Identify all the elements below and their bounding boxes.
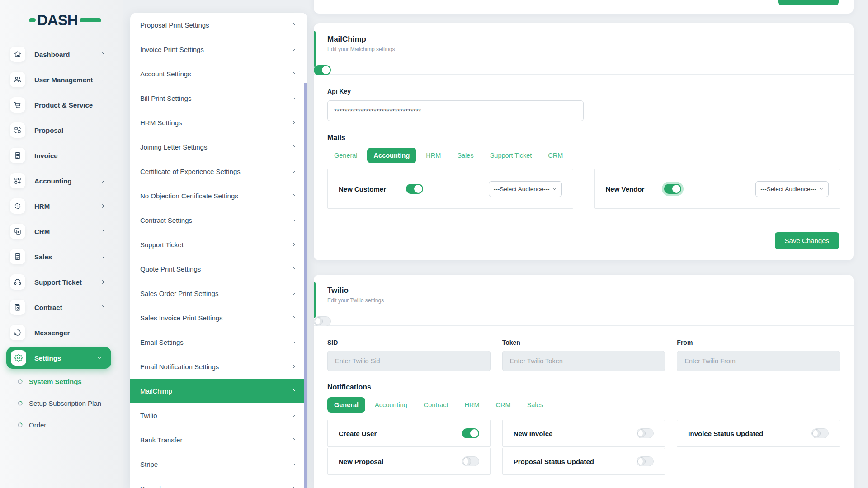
- tab-hrm[interactable]: HRM: [458, 397, 486, 413]
- tab-hrm[interactable]: HRM: [419, 148, 448, 163]
- proposal-status-updated-toggle[interactable]: [637, 456, 654, 466]
- new-proposal-toggle[interactable]: [462, 456, 479, 466]
- sidebar-item-accounting[interactable]: Accounting: [0, 168, 123, 193]
- menu-item-sales-invoice-print-settings[interactable]: Sales Invoice Print Settings: [130, 305, 307, 330]
- sidebar-subitem-setup-subscription-plan[interactable]: Setup Subscription Plan: [0, 392, 123, 414]
- twilio-fields-grid: SID Token From: [327, 338, 840, 371]
- invoice-status-updated-toggle[interactable]: [811, 428, 829, 438]
- notifications-tabs: General Accounting Contract HRM CRM Sale…: [327, 397, 840, 413]
- tab-accounting[interactable]: Accounting: [368, 397, 414, 413]
- sidebar-item-user-management[interactable]: User Management: [0, 67, 123, 92]
- menu-item-bank-transfer[interactable]: Bank Transfer: [130, 427, 307, 452]
- chevron-right-icon: [291, 461, 297, 467]
- previous-save-button-partial[interactable]: [778, 0, 839, 5]
- tab-sales[interactable]: Sales: [520, 397, 550, 413]
- chevron-right-icon: [291, 266, 297, 272]
- tab-general[interactable]: General: [327, 397, 365, 413]
- api-key-input[interactable]: [327, 100, 584, 121]
- chevron-right-icon: [291, 242, 297, 247]
- menu-item-bill-print-settings[interactable]: Bill Print Settings: [130, 86, 307, 110]
- menu-item-contract-settings[interactable]: Contract Settings: [130, 208, 307, 232]
- focus-icon: [10, 198, 25, 214]
- chevron-right-icon: [291, 437, 297, 442]
- token-input[interactable]: [502, 351, 665, 371]
- tab-sales[interactable]: Sales: [450, 148, 480, 163]
- new-customer-audience-select[interactable]: ---Select Audience---: [489, 181, 562, 197]
- mailchimp-save-button[interactable]: Save Changes: [775, 232, 839, 249]
- chat-icon: [10, 325, 25, 340]
- sidebar-nav: Dashboard User Management Product & Serv…: [0, 42, 123, 436]
- notifications-heading: Notifications: [327, 383, 840, 391]
- sidebar-item-support-ticket[interactable]: Support Ticket: [0, 269, 123, 295]
- create-user-toggle[interactable]: [462, 428, 479, 438]
- sidebar-item-dashboard[interactable]: Dashboard: [0, 42, 123, 67]
- main-content: MailChimp Edit your Mailchimp settings A…: [314, 0, 854, 488]
- chevron-right-icon: [100, 203, 106, 209]
- menu-item-email-notification-settings[interactable]: Email Notification Settings: [130, 354, 307, 379]
- new-customer-toggle[interactable]: [406, 184, 423, 194]
- new-vendor-toggle[interactable]: [664, 184, 681, 194]
- menu-item-account-settings[interactable]: Account Settings: [130, 61, 307, 86]
- sidebar-item-product-service[interactable]: Product & Service: [0, 92, 123, 117]
- chevron-right-icon: [291, 169, 297, 174]
- twilio-subtitle: Edit your Twilio settings: [327, 297, 840, 304]
- sidebar-item-proposal[interactable]: Proposal: [0, 117, 123, 143]
- sidebar-item-crm[interactable]: CRM: [0, 219, 123, 244]
- sidebar-item-sales[interactable]: Sales: [0, 244, 123, 269]
- menu-item-certificate-of-experience-settings[interactable]: Certificate of Experience Settings: [130, 159, 307, 183]
- twilio-card-header: Twilio Edit your Twilio settings: [314, 275, 854, 326]
- tab-accounting[interactable]: Accounting: [367, 148, 417, 163]
- sidebar-item-messenger[interactable]: Messenger: [0, 320, 123, 345]
- primary-sidebar: DASH Dashboard User Management Product &…: [0, 0, 123, 488]
- new-customer-label: New Customer: [339, 185, 386, 193]
- tab-crm[interactable]: CRM: [489, 397, 518, 413]
- invoice-status-updated-box: Invoice Status Updated: [677, 420, 840, 447]
- menu-item-invoice-print-settings[interactable]: Invoice Print Settings: [130, 37, 307, 61]
- mail-options-grid: New Customer ---Select Audience--- New V…: [327, 169, 840, 209]
- tab-support-ticket[interactable]: Support Ticket: [483, 148, 539, 163]
- mailchimp-card-header: MailChimp Edit your Mailchimp settings: [314, 23, 854, 75]
- sidebar-item-hrm[interactable]: HRM: [0, 193, 123, 219]
- menu-item-hrm-settings[interactable]: HRM Settings: [130, 110, 307, 135]
- menu-item-email-settings[interactable]: Email Settings: [130, 330, 307, 354]
- twilio-enabled-toggle[interactable]: [314, 316, 331, 326]
- from-input[interactable]: [677, 351, 840, 371]
- mailchimp-subtitle: Edit your Mailchimp settings: [327, 46, 840, 52]
- menu-item-mailchimp[interactable]: MailChimp: [130, 379, 307, 403]
- contract-icon: [10, 300, 25, 315]
- menu-item-paypal[interactable]: Paypal: [130, 476, 307, 488]
- tab-general[interactable]: General: [327, 148, 364, 163]
- sidebar-subitem-order[interactable]: Order: [0, 414, 123, 436]
- sidebar-item-invoice[interactable]: Invoice: [0, 143, 123, 168]
- tab-crm[interactable]: CRM: [541, 148, 570, 163]
- menu-item-proposal-print-settings[interactable]: Proposal Print Settings: [130, 13, 307, 37]
- chevron-down-icon: [552, 187, 557, 192]
- sidebar-subitem-system-settings[interactable]: System Settings: [0, 371, 123, 392]
- toggle-knob: [315, 317, 323, 325]
- menu-item-twilio[interactable]: Twilio: [130, 403, 307, 427]
- new-vendor-audience-select[interactable]: ---Select Audience---: [755, 181, 829, 197]
- tab-contract[interactable]: Contract: [417, 397, 455, 413]
- mailchimp-enabled-toggle[interactable]: [314, 65, 331, 75]
- menu-item-joining-letter-settings[interactable]: Joining Letter Settings: [130, 135, 307, 159]
- sid-input[interactable]: [327, 351, 491, 371]
- new-customer-box: New Customer ---Select Audience---: [327, 169, 573, 209]
- toggle-knob: [414, 185, 422, 193]
- panel-scrollbar[interactable]: [304, 83, 307, 488]
- menu-item-stripe[interactable]: Stripe: [130, 452, 307, 476]
- chevron-right-icon: [291, 339, 297, 345]
- new-invoice-toggle[interactable]: [637, 428, 654, 438]
- users-icon: [10, 72, 25, 87]
- sid-field-group: SID: [327, 338, 491, 371]
- menu-item-sales-order-print-settings[interactable]: Sales Order Print Settings: [130, 281, 307, 305]
- toggle-knob: [637, 429, 646, 437]
- chevron-right-icon: [291, 22, 297, 28]
- menu-item-support-ticket[interactable]: Support Ticket: [130, 232, 307, 257]
- sidebar-item-settings[interactable]: Settings: [6, 347, 111, 369]
- sidebar-item-contract[interactable]: Contract: [0, 295, 123, 320]
- menu-item-quote-print-settings[interactable]: Quote Print Settings: [130, 257, 307, 281]
- token-field-group: Token: [502, 338, 665, 371]
- chevron-right-icon: [100, 279, 106, 285]
- menu-item-no-objection-certificate-settings[interactable]: No Objection Certificate Settings: [130, 183, 307, 208]
- chevron-right-icon: [291, 364, 297, 369]
